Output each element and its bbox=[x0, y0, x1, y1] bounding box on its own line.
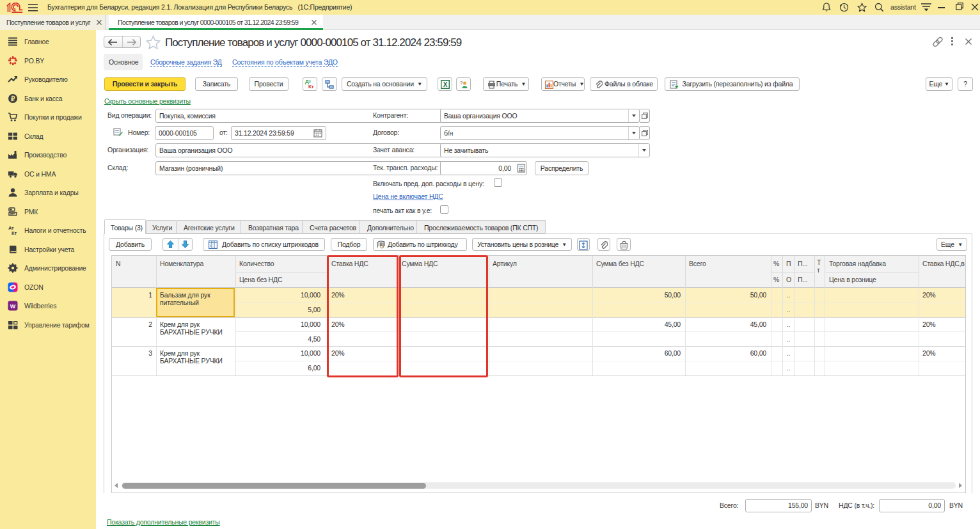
svg-text:Кт: Кт bbox=[12, 230, 17, 235]
svg-text:W: W bbox=[10, 303, 16, 310]
svg-text:X: X bbox=[443, 81, 447, 88]
svg-text:?: ? bbox=[460, 80, 463, 86]
svg-text:₽: ₽ bbox=[11, 95, 15, 102]
